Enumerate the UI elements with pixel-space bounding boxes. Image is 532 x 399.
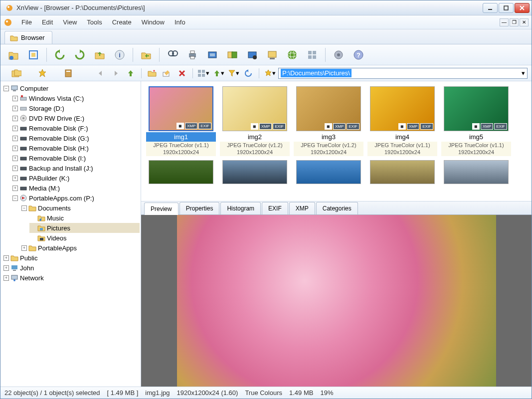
- tree-node-drive[interactable]: + Removable Disk (I:): [11, 153, 140, 163]
- folder-tree[interactable]: − Computer + Windows Vista (C:) + Storag…: [0, 81, 141, 387]
- expand-icon[interactable]: +: [3, 255, 9, 261]
- address-bar[interactable]: P:\Documents\Pictures\ ▾: [278, 68, 528, 79]
- refresh-button[interactable]: [242, 67, 255, 80]
- tab-properties[interactable]: Properties: [179, 202, 220, 214]
- delete-button[interactable]: [176, 67, 188, 80]
- minimize-button[interactable]: [483, 3, 498, 13]
- tree-node-network[interactable]: +Network: [2, 273, 140, 283]
- preview-pane[interactable]: [141, 215, 532, 387]
- capture-button[interactable]: [243, 46, 261, 63]
- expand-icon[interactable]: +: [12, 176, 18, 181]
- mdi-close-button[interactable]: ✕: [520, 18, 529, 26]
- tab-browser[interactable]: Browser: [4, 31, 52, 44]
- open-folder-button[interactable]: [137, 46, 155, 63]
- view-mode-button[interactable]: ▾: [197, 67, 210, 80]
- tab-categories[interactable]: Categories: [316, 202, 358, 214]
- print-button[interactable]: [183, 46, 201, 63]
- tree-node-pictures[interactable]: Pictures: [29, 223, 140, 233]
- tree-node-drive[interactable]: + Removable Disk (G:): [11, 133, 140, 143]
- rotate-ccw-button[interactable]: [51, 46, 69, 63]
- collapse-icon[interactable]: −: [3, 86, 9, 91]
- menu-tools[interactable]: Tools: [82, 16, 107, 28]
- tree-node-videos[interactable]: Videos: [29, 233, 140, 243]
- tree-node-portableapps[interactable]: +PortableApps: [20, 243, 140, 253]
- expand-icon[interactable]: +: [3, 275, 9, 281]
- categories-tab-button[interactable]: [56, 67, 80, 80]
- close-button[interactable]: [515, 3, 530, 13]
- tree-node-drive[interactable]: + Removable Disk (F:): [11, 123, 140, 133]
- settings-button[interactable]: [330, 46, 348, 63]
- favorite-button[interactable]: ▾: [263, 67, 276, 80]
- tab-histogram[interactable]: Histogram: [220, 202, 261, 214]
- collapse-icon[interactable]: −: [21, 205, 27, 211]
- menu-window[interactable]: Window: [137, 16, 170, 28]
- tree-node-documents[interactable]: −Documents: [20, 203, 140, 213]
- help-button[interactable]: ?: [350, 46, 367, 63]
- mdi-restore-button[interactable]: ❐: [510, 18, 519, 26]
- thumbnail-grid[interactable]: ◼ XMP EXIF img1 JPEG TrueColor (v1.1)192…: [141, 81, 532, 201]
- tab-exif[interactable]: EXIF: [262, 202, 288, 214]
- expand-icon[interactable]: +: [12, 186, 18, 191]
- tree-node-drive[interactable]: − PortableApps.com (P:): [11, 193, 140, 203]
- info-button[interactable]: i: [111, 46, 129, 63]
- up-button[interactable]: [124, 67, 137, 80]
- mdi-minimize-button[interactable]: —: [500, 18, 509, 26]
- sort-button[interactable]: ▾: [212, 67, 225, 80]
- expand-icon[interactable]: +: [12, 116, 18, 121]
- thumbnail-item[interactable]: ◼ XMP EXIF img3 JPEG TrueColor (v1.2)192…: [294, 86, 363, 156]
- rotate-cw-button[interactable]: [71, 46, 89, 63]
- tree-node-computer[interactable]: − Computer: [2, 83, 140, 93]
- web-button[interactable]: [283, 46, 301, 63]
- search-button[interactable]: [164, 46, 181, 63]
- filter-button[interactable]: ▾: [227, 67, 240, 80]
- slideshow-button[interactable]: [263, 46, 281, 63]
- tree-node-music[interactable]: Music: [29, 213, 140, 223]
- thumbnail-view-button[interactable]: [303, 46, 321, 63]
- expand-icon[interactable]: +: [12, 166, 18, 171]
- collapse-icon[interactable]: −: [12, 196, 18, 201]
- open-button[interactable]: [4, 46, 22, 63]
- expand-icon[interactable]: +: [3, 265, 9, 271]
- chevron-down-icon[interactable]: ▾: [522, 69, 525, 77]
- expand-icon[interactable]: +: [12, 136, 18, 141]
- expand-icon[interactable]: +: [12, 96, 18, 101]
- menu-info[interactable]: Info: [170, 16, 190, 28]
- menu-file[interactable]: File: [16, 16, 37, 28]
- back-button[interactable]: [94, 67, 107, 80]
- tree-node-public[interactable]: +Public: [2, 253, 140, 263]
- expand-icon[interactable]: +: [12, 126, 18, 131]
- maximize-button[interactable]: [499, 3, 514, 13]
- thumbnail-item[interactable]: ◼ XMP EXIF img2 JPEG TrueColor (v1.2)192…: [220, 86, 290, 156]
- thumbnail-item[interactable]: ◼ XMP EXIF img1 JPEG TrueColor (v1.1)192…: [146, 86, 216, 156]
- thumbnail-item[interactable]: [146, 160, 216, 184]
- fullscreen-button[interactable]: [24, 46, 42, 63]
- favorites-tab-button[interactable]: [30, 67, 54, 80]
- expand-icon[interactable]: +: [12, 106, 18, 111]
- expand-icon[interactable]: +: [12, 156, 18, 161]
- new-folder-button[interactable]: [146, 67, 159, 80]
- thumbnail-item[interactable]: [367, 160, 437, 184]
- convert-button[interactable]: [223, 46, 241, 63]
- scan-button[interactable]: [203, 46, 221, 63]
- thumbnail-item[interactable]: ◼ XMP EXIF img5 JPEG TrueColor (v1.1)192…: [441, 86, 511, 156]
- menu-create[interactable]: Create: [107, 16, 137, 28]
- menu-view[interactable]: View: [58, 16, 82, 28]
- thumbnail-item[interactable]: [294, 160, 363, 184]
- expand-icon[interactable]: +: [12, 146, 18, 151]
- tree-node-drive[interactable]: + Storage (D:): [11, 103, 140, 113]
- tab-preview[interactable]: Preview: [144, 202, 178, 215]
- thumbnail-item[interactable]: [220, 160, 290, 184]
- thumbnail-item[interactable]: [441, 160, 511, 184]
- expand-icon[interactable]: +: [21, 245, 27, 251]
- tree-node-drive[interactable]: + Windows Vista (C:): [11, 93, 140, 103]
- folders-tab-button[interactable]: [4, 67, 28, 80]
- forward-button[interactable]: [109, 67, 122, 80]
- rename-button[interactable]: [161, 67, 174, 80]
- tree-node-drive[interactable]: + Media (M:): [11, 183, 140, 193]
- tree-node-drive[interactable]: + PABuilder (K:): [11, 173, 140, 183]
- parent-folder-button[interactable]: [91, 46, 109, 63]
- tab-xmp[interactable]: XMP: [289, 202, 315, 214]
- tree-node-drive[interactable]: + DVD RW Drive (E:): [11, 113, 140, 123]
- thumbnail-item[interactable]: ◼ XMP EXIF img4 JPEG TrueColor (v1.1)192…: [367, 86, 437, 156]
- tree-node-john[interactable]: +John: [2, 263, 140, 273]
